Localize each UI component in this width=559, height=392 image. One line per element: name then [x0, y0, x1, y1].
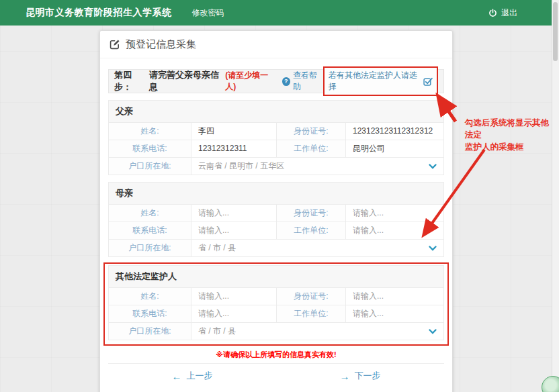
mother-employer-input[interactable]: 请输入...	[346, 222, 444, 240]
father-region-select[interactable]: 云南省 / 昆明市 / 五华区	[191, 158, 444, 175]
step-number: 第四步：	[114, 69, 147, 93]
page-title: 预登记信息采集	[126, 38, 196, 51]
guardian-region-select[interactable]: 省 / 市 / 县	[191, 323, 444, 340]
mother-section: 母亲姓名:请输入...身份证号:请输入...联系电话:请输入...工作单位:请输…	[108, 182, 444, 257]
mother-employer-label: 工作单位:	[277, 222, 346, 240]
guardian-id-number-input[interactable]: 请输入...	[346, 288, 444, 305]
mother-region-select[interactable]: 省 / 市 / 县	[191, 240, 444, 257]
father-name-label: 姓名:	[109, 123, 191, 140]
father-id-number-input[interactable]: 123123123112312312	[346, 123, 444, 140]
mother-region-label: 户口所在地:	[109, 240, 191, 257]
guardian-name-label: 姓名:	[109, 288, 191, 305]
step-header: 第四步： 请完善父亲母亲信息 (请至少填一人) ? 查看帮助 若有其他法定监护人…	[108, 69, 444, 93]
step-header-left: 第四步： 请完善父亲母亲信息 (请至少填一人) ? 查看帮助	[114, 69, 323, 93]
mother-name-input[interactable]: 请输入...	[191, 205, 277, 222]
guardian-name-input[interactable]: 请输入...	[191, 288, 277, 305]
guardian-phone-label: 联系电话:	[109, 305, 191, 323]
sections-container: 父亲姓名:李四身份证号:123123123112312312联系电话:12312…	[108, 100, 444, 346]
mother-region-value: 省 / 市 / 县	[198, 240, 236, 256]
wizard-nav-right: → 下一步	[276, 364, 444, 388]
mother-table: 姓名:请输入...身份证号:请输入...联系电话:请输入...工作单位:请输入.…	[108, 204, 444, 257]
validity-notice: ※请确保以上所填写的信息真实有效!	[108, 350, 444, 360]
wizard-nav: ← 上一步 → 下一步	[108, 363, 444, 388]
guardian-employer-label: 工作单位:	[277, 305, 346, 323]
next-step-label: 下一步	[355, 370, 381, 382]
annotation-callout-line1: 勾选后系统将显示其他法定	[465, 117, 556, 141]
annotation-callout: 勾选后系统将显示其他法定 监护人的采集框	[465, 117, 556, 153]
father-region-label: 户口所在地:	[109, 158, 191, 175]
father-region-value: 云南省 / 昆明市 / 五华区	[198, 158, 284, 175]
guardian-employer-input[interactable]: 请输入...	[346, 305, 444, 323]
other-guardian-toggle[interactable]: 若有其他法定监护人请选择	[323, 66, 438, 96]
change-password-link[interactable]: 修改密码	[192, 7, 224, 19]
prev-step-button[interactable]: ← 上一步	[172, 370, 213, 382]
chevron-down-icon	[429, 164, 437, 169]
guardian-table: 姓名:请输入...身份证号:请输入...联系电话:请输入...工作单位:请输入.…	[108, 287, 444, 340]
step-title: 请完善父亲母亲信息	[149, 69, 223, 93]
mother-id-number-input[interactable]: 请输入...	[346, 205, 444, 222]
power-icon	[488, 9, 497, 17]
father-section: 父亲姓名:李四身份证号:123123123112312312联系电话:12312…	[108, 100, 444, 175]
logout-label: 退出	[501, 7, 517, 19]
view-help-link[interactable]: ? 查看帮助	[282, 70, 323, 93]
right-arrow-icon: →	[340, 371, 350, 382]
help-icon: ?	[282, 77, 290, 86]
scrollbar-thumb[interactable]	[553, 2, 558, 61]
mother-id-number-label: 身份证号:	[277, 205, 346, 222]
view-help-label: 查看帮助	[293, 70, 323, 93]
chevron-down-icon	[429, 329, 437, 334]
chevron-down-icon	[429, 246, 437, 251]
step-note: (请至少填一人)	[225, 70, 275, 93]
father-employer-label: 工作单位:	[277, 140, 346, 158]
guardian-section: 其他法定监护人姓名:请输入...身份证号:请输入...联系电话:请输入...工作…	[103, 262, 449, 346]
father-table: 姓名:李四身份证号:123123123112312312联系电话:1231231…	[108, 122, 444, 175]
next-step-button[interactable]: → 下一步	[340, 370, 381, 382]
father-phone-input[interactable]: 12312312311	[191, 140, 277, 158]
mother-section-title: 母亲	[108, 182, 444, 204]
father-name-input[interactable]: 李四	[191, 123, 277, 140]
logout-button[interactable]: 退出	[488, 7, 517, 19]
guardian-region-label: 户口所在地:	[109, 323, 191, 340]
other-guardian-toggle-label: 若有其他法定监护人请选择	[329, 70, 420, 93]
registration-card: 预登记信息采集 第四步： 请完善父亲母亲信息 (请至少填一人) ? 查看帮助 若…	[99, 30, 453, 392]
mother-phone-input[interactable]: 请输入...	[191, 222, 277, 240]
card-body: 第四步： 请完善父亲母亲信息 (请至少填一人) ? 查看帮助 若有其他法定监护人…	[100, 58, 452, 392]
prev-step-label: 上一步	[187, 370, 213, 382]
father-section-title: 父亲	[108, 100, 444, 122]
father-id-number-label: 身份证号:	[277, 123, 346, 140]
page: 昆明市义务教育阶段招生入学系统 修改密码 退出 预登记信息采集 第四步：	[0, 0, 559, 392]
mother-name-label: 姓名:	[109, 205, 191, 222]
mother-phone-label: 联系电话:	[109, 222, 191, 240]
floating-button[interactable]	[542, 376, 559, 392]
card-title-bar: 预登记信息采集	[100, 31, 452, 58]
navbar-brand[interactable]: 昆明市义务教育阶段招生入学系统	[26, 7, 172, 19]
guardian-section-title: 其他法定监护人	[108, 265, 444, 287]
guardian-id-number-label: 身份证号:	[277, 288, 346, 305]
checkbox-check-icon	[423, 77, 433, 87]
navbar: 昆明市义务教育阶段招生入学系统 修改密码 退出	[0, 0, 552, 26]
left-arrow-icon: ←	[172, 371, 182, 382]
father-phone-label: 联系电话:	[109, 140, 191, 158]
edit-icon	[110, 39, 120, 50]
scrollbar	[552, 0, 559, 392]
guardian-region-value: 省 / 市 / 县	[198, 323, 236, 340]
wizard-nav-left: ← 上一步	[108, 364, 276, 388]
father-employer-input[interactable]: 昆明公司	[346, 140, 444, 158]
guardian-phone-input[interactable]: 请输入...	[191, 305, 277, 323]
annotation-callout-line2: 监护人的采集框	[465, 141, 556, 153]
